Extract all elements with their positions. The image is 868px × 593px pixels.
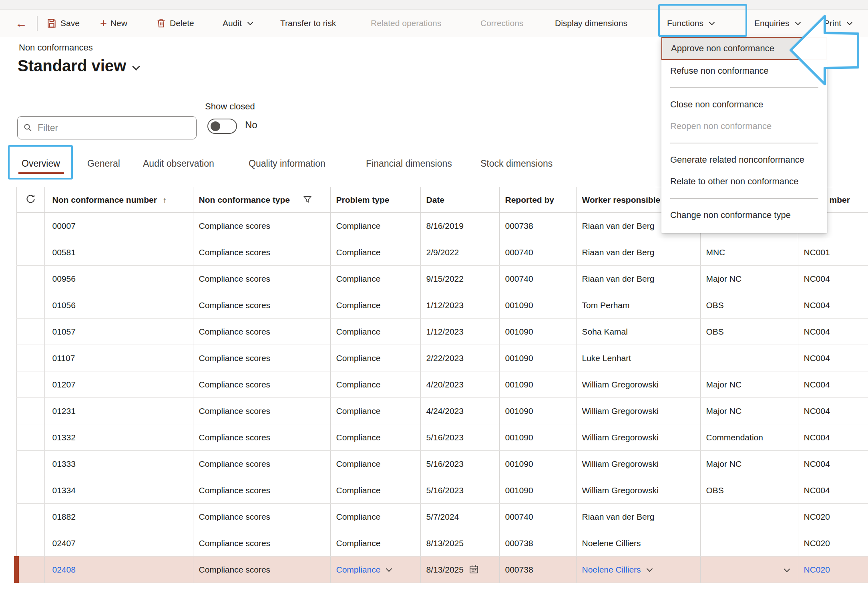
cell-worker: William Gregorowski xyxy=(576,398,700,424)
menu-item-approve-non-conformance[interactable]: Approve non conformance xyxy=(661,37,827,60)
cell-problem: Compliance xyxy=(330,292,420,319)
cell-problem: Compliance xyxy=(330,266,420,292)
cell-worker: Riaan van der Berg xyxy=(576,266,700,292)
tab-financial-dimensions[interactable]: Financial dimensions xyxy=(366,155,452,173)
cell-type: Compliance scores xyxy=(193,371,330,398)
row-select-cell xyxy=(16,266,44,292)
table-row[interactable]: 01231Compliance scoresCompliance4/24/202… xyxy=(16,398,868,424)
table-row[interactable]: 00956Compliance scoresCompliance9/15/202… xyxy=(16,266,868,292)
new-label: New xyxy=(111,18,127,28)
tab-quality-information[interactable]: Quality information xyxy=(249,155,326,173)
cell-worker: Noelene Cilliers xyxy=(576,530,700,557)
row-select-cell xyxy=(16,477,44,504)
row-select-cell xyxy=(16,398,44,424)
non-conformances-grid: Non conformance number↑ Non conformance … xyxy=(14,187,868,583)
row-select-cell xyxy=(16,557,44,583)
back-button[interactable]: ← xyxy=(15,10,27,37)
cell-problem: Compliance xyxy=(330,213,420,239)
cell-reported-by: 001090 xyxy=(499,319,576,345)
table-row[interactable]: 01334Compliance scoresCompliance5/16/202… xyxy=(16,477,868,504)
table-row[interactable]: 01056Compliance scoresCompliance1/12/202… xyxy=(16,292,868,319)
filter-input[interactable] xyxy=(38,123,191,133)
delete-button[interactable]: Delete xyxy=(156,10,194,37)
problem-type-link[interactable]: Compliance xyxy=(336,565,381,574)
cell-nc-code: NC020 xyxy=(798,557,868,583)
save-button[interactable]: Save xyxy=(46,10,80,37)
cell-number: 00956 xyxy=(44,266,193,292)
transfer-to-risk-button[interactable]: Transfer to risk xyxy=(280,10,336,37)
show-closed-toggle[interactable] xyxy=(207,119,237,134)
table-row[interactable]: 01333Compliance scoresCompliance5/16/202… xyxy=(16,451,868,477)
enquiries-label: Enquiries xyxy=(754,18,790,28)
print-menu-button[interactable]: Print xyxy=(824,10,852,37)
refresh-icon xyxy=(25,194,36,204)
show-closed-value: No xyxy=(245,119,257,131)
cell-type: Compliance scores xyxy=(193,424,330,451)
cell-date: 1/12/2023 xyxy=(420,319,499,345)
table-row[interactable]: 01057Compliance scoresCompliance1/12/202… xyxy=(16,319,868,345)
cell-number: 02408 xyxy=(44,557,193,583)
transfer-to-risk-label: Transfer to risk xyxy=(280,18,336,28)
chevron-down-icon[interactable] xyxy=(784,566,790,573)
table-row[interactable]: 02407Compliance scoresCompliance8/13/202… xyxy=(16,530,868,557)
table-row[interactable]: 01107Compliance scoresCompliance2/22/202… xyxy=(16,345,868,371)
functions-menu-button[interactable]: Functions xyxy=(667,10,714,37)
display-dimensions-button[interactable]: Display dimensions xyxy=(555,10,627,37)
worker-link[interactable]: Noelene Cilliers xyxy=(582,565,641,574)
menu-item-close-non-conformance[interactable]: Close non conformance xyxy=(661,94,827,115)
nc-number-link[interactable]: 02408 xyxy=(52,565,76,574)
cell-date: 2/9/2022 xyxy=(420,239,499,266)
table-row[interactable]: 01332Compliance scoresCompliance5/16/202… xyxy=(16,424,868,451)
menu-item-change-non-conformance-type[interactable]: Change non conformance type xyxy=(661,204,827,226)
window-top-strip xyxy=(0,0,868,10)
cell-nc-code: NC004 xyxy=(798,451,868,477)
cell-severity: OBS xyxy=(700,319,798,345)
corrections-button: Corrections xyxy=(480,10,523,37)
calendar-icon[interactable] xyxy=(469,565,478,574)
table-row[interactable]: 01882Compliance scoresCompliance5/7/2024… xyxy=(16,504,868,530)
cell-number: 00581 xyxy=(44,239,193,266)
audit-menu-button[interactable]: Audit xyxy=(223,10,252,37)
table-row[interactable]: 01207Compliance scoresCompliance4/20/202… xyxy=(16,371,868,398)
cell-type: Compliance scores xyxy=(193,266,330,292)
table-row[interactable]: 02408Compliance scoresCompliance8/13/202… xyxy=(16,557,868,583)
cell-worker: Soha Kamal xyxy=(576,319,700,345)
menu-item-generate-related-nonconformance[interactable]: Generate related nonconformance xyxy=(661,149,827,171)
cell-severity: OBS xyxy=(700,292,798,319)
cell-nc-code: NC004 xyxy=(798,345,868,371)
cell-reported-by: 001090 xyxy=(499,398,576,424)
tab-overview[interactable]: Overview xyxy=(22,155,60,173)
refresh-column-header[interactable] xyxy=(16,187,44,213)
chevron-down-icon[interactable] xyxy=(646,565,653,572)
tab-audit-observation[interactable]: Audit observation xyxy=(143,155,214,173)
cell-reported-by: 000738 xyxy=(499,530,576,557)
column-header-date[interactable]: Date xyxy=(420,187,499,213)
cell-nc-code: NC020 xyxy=(798,504,868,530)
sort-ascending-icon: ↑ xyxy=(163,196,167,204)
save-label: Save xyxy=(60,18,80,28)
view-selector[interactable]: Standard view xyxy=(18,57,139,75)
column-header-number[interactable]: Non conformance number↑ xyxy=(44,187,193,213)
tab-stock-dimensions[interactable]: Stock dimensions xyxy=(480,155,553,173)
column-header-problem[interactable]: Problem type xyxy=(330,187,420,213)
column-header-type[interactable]: Non conformance type xyxy=(193,187,330,213)
chevron-down-icon[interactable] xyxy=(386,565,392,572)
cell-date: 8/16/2019 xyxy=(420,213,499,239)
tab-general[interactable]: General xyxy=(87,155,120,173)
menu-item-refuse-non-conformance[interactable]: Refuse non conformance xyxy=(661,60,827,82)
cell-number: 01882 xyxy=(44,504,193,530)
cell-nc-code: NC004 xyxy=(798,371,868,398)
menu-item-relate-to-other-non-conformance[interactable]: Relate to other non conformance xyxy=(661,171,827,192)
floppy-disk-icon xyxy=(46,18,57,28)
new-button[interactable]: + New xyxy=(100,10,127,37)
enquiries-menu-button[interactable]: Enquiries xyxy=(754,10,800,37)
cell-date: 8/13/2025 xyxy=(420,557,499,583)
nc-code-link[interactable]: NC020 xyxy=(804,565,830,574)
menu-separator xyxy=(670,198,818,199)
functions-label: Functions xyxy=(667,18,703,28)
cell-worker: Riaan van der Berg xyxy=(576,239,700,266)
column-header-reported[interactable]: Reported by xyxy=(499,187,576,213)
row-select-cell xyxy=(16,530,44,557)
table-row[interactable]: 00581Compliance scoresCompliance2/9/2022… xyxy=(16,239,868,266)
cell-type: Compliance scores xyxy=(193,530,330,557)
